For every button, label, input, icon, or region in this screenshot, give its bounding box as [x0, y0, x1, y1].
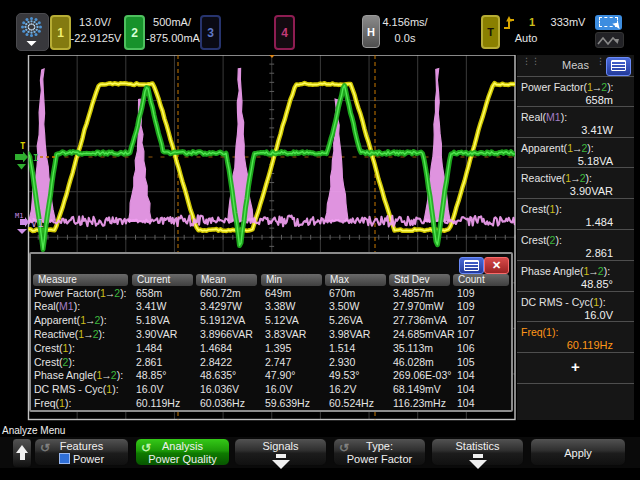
table-cell-current: 3.90VAR [136, 327, 177, 341]
table-cell-max: 5.26VA [329, 313, 363, 327]
add-measurement-button[interactable]: + [517, 358, 634, 375]
spark-dot [36, 26, 38, 28]
waveform-tool-icon [596, 35, 621, 47]
measurement-item[interactable]: Freq(1):60.119Hz [517, 322, 634, 353]
table-cell-std_dev: 27.970mW [393, 299, 444, 313]
spark-dot [26, 18, 29, 21]
trigger-level-marker: T [20, 141, 26, 151]
measurement-label: Power Factor(1→2): [521, 81, 614, 93]
table-cell-count: 104 [457, 368, 475, 382]
label-part: ): [587, 142, 593, 154]
softkey-sublabel [432, 454, 523, 471]
spark-dot [38, 21, 41, 24]
menu-logo-button[interactable] [16, 13, 49, 51]
label-part: ): [100, 314, 106, 326]
softkey-analysis[interactable]: ↺AnalysisPower Quality [135, 438, 230, 466]
channel-3-button[interactable]: 3 [200, 15, 221, 50]
trigger-level: 333mV [546, 16, 590, 29]
table-cell-min: 16.0V [265, 382, 292, 396]
spark-dot [35, 18, 38, 21]
spark-dot [30, 34, 33, 37]
horizontal-button[interactable]: H [362, 15, 380, 48]
measurement-item[interactable]: Phase Angle(1→2):48.85° [517, 261, 634, 292]
softkey-sublabel-text: Power [73, 453, 104, 465]
spark-dot [24, 26, 26, 28]
table-list-button[interactable] [459, 257, 484, 274]
waveform-tool-button[interactable] [595, 32, 624, 48]
measurement-item[interactable]: Real(M1):3.41W [517, 107, 634, 138]
measurement-item[interactable]: Reactive(1→2):3.90VAR [517, 168, 634, 199]
spark-dot [32, 29, 34, 31]
measurement-item[interactable]: Crest(1):1.484 [517, 199, 634, 230]
label-part: ): [552, 326, 558, 338]
table-close-button[interactable]: ✕ [484, 257, 509, 274]
label-part: ): [607, 81, 613, 93]
spark-dot [33, 28, 35, 30]
selection-rect-tool-button[interactable] [595, 15, 622, 30]
spark-dot [22, 30, 25, 33]
table-row: Real(M1):3.41W3.4297W3.38W3.50W27.970mW1… [31, 299, 511, 313]
top-status-bar: 113.0V/-22.9125V2500mA/-875.00mA34H4.156… [0, 0, 640, 55]
table-cell-count: 104 [457, 382, 475, 396]
measurements-sidebar: ⋮⋮⋮⋮MeasPower Factor(1→2):658mReal(M1):3… [517, 55, 634, 420]
label-part: Crest( [521, 234, 550, 246]
spark-dot [30, 20, 32, 22]
table-row-label: Crest(2): [34, 355, 75, 369]
menu-up-button[interactable] [12, 438, 32, 468]
measurement-value: 1.484 [585, 216, 613, 228]
table-column-header: Count [453, 274, 509, 286]
softkey-type[interactable]: ↺Type:Power Factor [333, 438, 426, 466]
edge-arrow [506, 16, 512, 22]
table-row: Apparent(1→2):5.18VA5.1912VA5.12VA5.26VA… [31, 313, 511, 327]
measurement-item[interactable]: Crest(2):2.861 [517, 230, 634, 261]
channel-4-number: 4 [281, 26, 288, 40]
table-cell-std_dev: 269.06E-03° [393, 368, 452, 382]
table-cell-max: 49.53° [329, 368, 359, 382]
horizontal-scale: 4.156ms/ [381, 16, 429, 29]
table-cell-min: 2.747 [265, 355, 291, 369]
label-part: Apparent( [34, 314, 80, 326]
label-part: Real( [34, 300, 59, 312]
channel-2-scale: 500mA/ [141, 16, 203, 29]
spark-dot [39, 26, 42, 29]
table-cell-min: 59.639Hz [265, 396, 310, 410]
down-arrow-icon [272, 460, 290, 469]
spark-dot [26, 33, 29, 36]
table-row-label: Freq(1): [34, 396, 71, 410]
table-cell-count: 105 [457, 355, 475, 369]
table-cell-current: 16.0V [136, 382, 163, 396]
horizontal-key: H [367, 26, 375, 38]
sidebar-header: ⋮⋮⋮⋮Meas [517, 55, 634, 77]
table-cell-current: 3.41W [136, 299, 166, 313]
measurement-item[interactable]: Power Factor(1→2):658m [517, 76, 634, 107]
table-cell-mean: 2.8422 [200, 355, 232, 369]
softkey-statistics[interactable]: Statistics [431, 438, 524, 466]
sidebar-list-button[interactable] [606, 57, 631, 76]
spark-dot [33, 25, 35, 27]
measurement-item[interactable]: Apparent(1→2):5.18VA [517, 138, 634, 169]
power-checkbox-icon [59, 453, 70, 464]
table-cell-min: 47.90° [265, 368, 295, 382]
table-row: Crest(1):1.4841.46841.3951.51435.113m106 [31, 341, 511, 355]
cycle-icon: ↺ [140, 442, 152, 454]
cycle-icon: ↺ [338, 442, 350, 454]
label-part: ): [561, 111, 567, 123]
softkey-apply[interactable]: Apply [530, 438, 626, 466]
measurement-value: 60.119Hz [567, 339, 613, 351]
label-part: Phase Angle( [34, 369, 96, 381]
table-cell-std_dev: 68.149mV [393, 382, 441, 396]
table-row-label: Real(M1): [34, 299, 80, 313]
label-part: Crest( [521, 203, 550, 215]
label-part: ): [120, 287, 126, 299]
softkey-signals[interactable]: Signals [234, 438, 327, 466]
softkey-features[interactable]: ↺FeaturesPower [34, 438, 129, 466]
trigger-button[interactable]: T [481, 15, 500, 49]
label-part: DC RMS - Cyc( [521, 296, 593, 308]
cursor-arrow-icon [612, 22, 619, 30]
channel-4-button[interactable]: 4 [274, 15, 295, 50]
measurement-value: 2.861 [585, 247, 613, 259]
softkey-sublabel-text: Power Factor [347, 453, 412, 465]
measurement-item[interactable]: DC RMS - Cyc(1):16.0V [517, 292, 634, 323]
spark-dot [33, 31, 35, 33]
table-row: DC RMS - Cyc(1):16.0V16.036V16.0V16.2V68… [31, 382, 511, 396]
